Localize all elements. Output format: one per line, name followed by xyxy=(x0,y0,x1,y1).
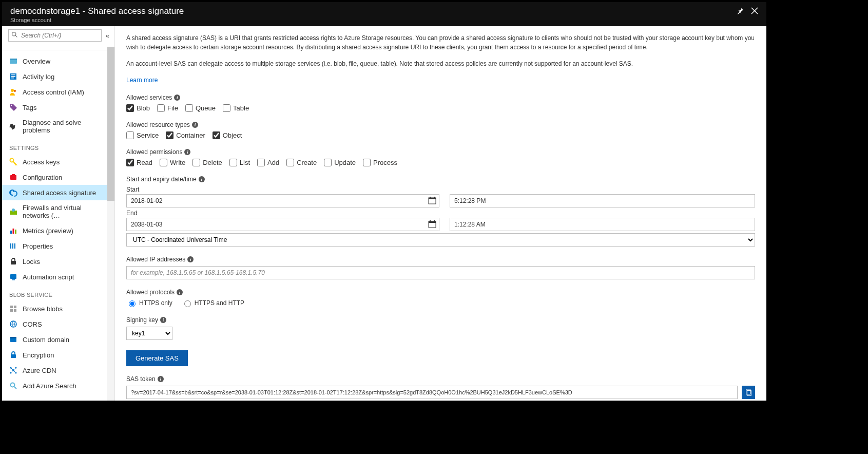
sidebar-item-azure-search[interactable]: Add Azure Search xyxy=(2,378,114,393)
generate-sas-button[interactable]: Generate SAS xyxy=(126,350,188,366)
sidebar-item-azure-cdn[interactable]: Azure CDN xyxy=(2,363,114,378)
checkbox-create[interactable] xyxy=(286,159,294,166)
svg-rect-27 xyxy=(10,309,13,312)
checkbox-container[interactable] xyxy=(166,131,173,139)
checkbox-update[interactable] xyxy=(324,159,332,166)
search-input[interactable] xyxy=(8,29,102,42)
checkbox-delete[interactable] xyxy=(192,159,200,166)
timezone-select[interactable]: UTC - Coordinated Universal Time xyxy=(126,233,755,247)
calendar-icon[interactable] xyxy=(428,220,436,230)
azure-search-icon xyxy=(9,382,17,390)
sidebar-item-iam[interactable]: Access control (IAM) xyxy=(2,84,114,100)
blade-header: democdnstorage1 - Shared access signatur… xyxy=(2,2,766,26)
info-icon[interactable]: i xyxy=(199,176,205,182)
checkbox-process[interactable] xyxy=(363,159,371,166)
properties-icon xyxy=(9,242,17,250)
checkbox-label: File xyxy=(167,104,178,112)
radio-label: HTTPS and HTTP xyxy=(195,299,244,307)
checkbox-table[interactable] xyxy=(223,104,230,112)
sidebar-item-configuration[interactable]: Configuration xyxy=(2,169,114,185)
collapse-sidebar-icon[interactable]: « xyxy=(105,32,110,40)
sidebar-item-metrics[interactable]: Metrics (preview) xyxy=(2,223,114,238)
sidebar-item-firewalls[interactable]: Firewalls and virtual networks (… xyxy=(2,200,114,223)
checkbox-queue[interactable] xyxy=(185,104,193,112)
checkbox-label: Read xyxy=(137,159,152,166)
sidebar-item-locks[interactable]: Locks xyxy=(2,254,114,269)
info-icon[interactable]: i xyxy=(160,317,166,323)
start-time-input[interactable] xyxy=(450,194,755,207)
checkbox-file[interactable] xyxy=(157,104,165,112)
intro-paragraph-2: An account-level SAS can delegate access… xyxy=(126,59,755,68)
sidebar-item-custom-domain[interactable]: Custom domain xyxy=(2,332,114,347)
label-ip: Allowed IP addresses xyxy=(126,256,185,263)
label-resource-types: Allowed resource types xyxy=(126,121,190,128)
checkbox-add[interactable] xyxy=(257,159,265,166)
close-icon[interactable] xyxy=(751,7,758,16)
start-date-input[interactable] xyxy=(126,194,439,207)
iam-icon xyxy=(9,88,17,96)
checkbox-write[interactable] xyxy=(160,159,167,166)
sidebar-item-label: Tags xyxy=(23,104,36,111)
sidebar-item-diagnose[interactable]: Diagnose and solve problems xyxy=(2,115,114,138)
pin-icon[interactable] xyxy=(737,7,744,16)
checkbox-label: Add xyxy=(267,159,279,166)
sidebar-item-sas[interactable]: Shared access signature xyxy=(2,185,114,200)
overview-icon xyxy=(9,57,17,65)
calendar-icon[interactable] xyxy=(428,196,436,206)
checkbox-object[interactable] xyxy=(213,131,220,139)
svg-point-8 xyxy=(11,89,14,92)
checkbox-label: Object xyxy=(223,131,242,139)
info-icon[interactable]: i xyxy=(174,94,180,101)
label-signing-key: Signing key xyxy=(126,316,158,324)
end-date-input[interactable] xyxy=(126,218,439,231)
svg-rect-17 xyxy=(13,229,14,234)
sidebar-item-tags[interactable]: Tags xyxy=(2,100,114,115)
automation-icon xyxy=(9,273,17,281)
radio-https-only[interactable] xyxy=(129,300,136,307)
ip-input[interactable] xyxy=(126,266,755,279)
info-icon[interactable]: i xyxy=(158,376,164,382)
svg-rect-24 xyxy=(12,279,15,280)
sidebar-item-encryption[interactable]: Encryption xyxy=(2,347,114,363)
checkbox-service[interactable] xyxy=(126,131,134,139)
sidebar-item-automation[interactable]: Automation script xyxy=(2,269,114,285)
info-icon[interactable]: i xyxy=(187,256,194,262)
learn-more-link[interactable]: Learn more xyxy=(126,77,158,84)
sidebar-item-label: Firewalls and virtual networks (… xyxy=(23,204,107,219)
main-content: A shared access signature (SAS) is a URI… xyxy=(115,26,766,401)
radio-https-http[interactable] xyxy=(184,300,191,307)
sidebar-item-browse-blobs[interactable]: Browse blobs xyxy=(2,301,114,316)
svg-rect-13 xyxy=(12,174,15,176)
sidebar-item-label: Access control (IAM) xyxy=(23,88,84,96)
info-icon[interactable]: i xyxy=(177,289,183,295)
sidebar-item-properties[interactable]: Properties xyxy=(2,238,114,254)
sidebar-item-overview[interactable]: Overview xyxy=(2,53,114,69)
label-datetime: Start and expiry date/time xyxy=(126,176,197,183)
sidebar-scrollbar-thumb[interactable] xyxy=(107,47,114,201)
signing-key-select[interactable]: key1 xyxy=(126,327,172,340)
checkbox-label: Delete xyxy=(203,159,222,166)
checkbox-blob[interactable] xyxy=(126,104,134,112)
sidebar-item-label: Shared access signature xyxy=(23,189,96,197)
svg-rect-42 xyxy=(430,197,431,198)
checkbox-list[interactable] xyxy=(229,159,237,166)
sidebar-item-access-keys[interactable]: Access keys xyxy=(2,154,114,169)
info-icon[interactable]: i xyxy=(192,122,198,128)
page-subtitle: Storage account xyxy=(10,17,737,23)
sidebar-item-cors[interactable]: CORS xyxy=(2,316,114,332)
sas-icon xyxy=(9,188,17,197)
svg-rect-31 xyxy=(10,337,16,338)
svg-point-15 xyxy=(12,209,15,212)
resource-types-row: Service Container Object xyxy=(126,131,755,139)
sas-token-output[interactable] xyxy=(126,386,738,399)
sidebar-item-label: Encryption xyxy=(23,351,54,359)
checkbox-read[interactable] xyxy=(126,159,134,166)
info-icon[interactable]: i xyxy=(184,149,190,155)
svg-rect-7 xyxy=(11,78,14,79)
sidebar-item-activity-log[interactable]: Activity log xyxy=(2,69,114,84)
svg-rect-6 xyxy=(11,76,15,77)
svg-rect-43 xyxy=(434,197,435,198)
copy-sas-token-button[interactable] xyxy=(742,386,755,399)
lock-icon xyxy=(9,257,17,266)
end-time-input[interactable] xyxy=(450,218,755,231)
